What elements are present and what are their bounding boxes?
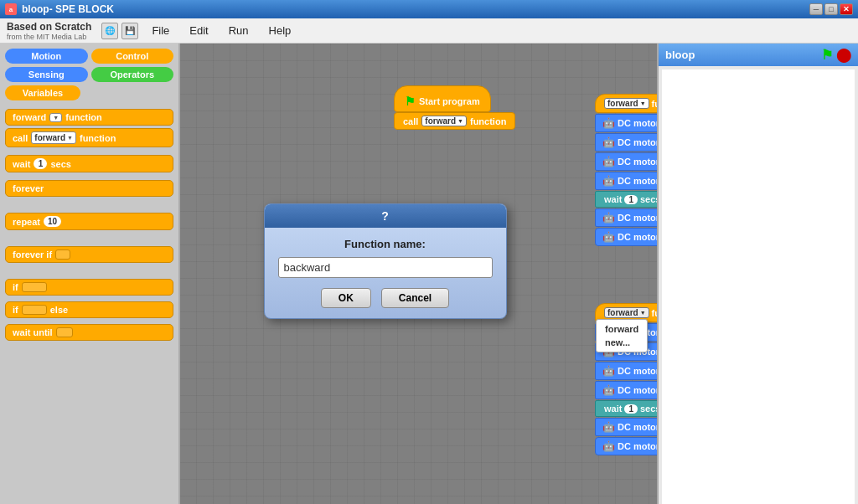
close-button[interactable]: ✕ — [840, 3, 853, 15]
dialog-titlebar: ? — [265, 204, 506, 228]
category-row-2: Sensing Operators — [5, 67, 173, 82]
menu-icons: 🌐 💾 — [101, 23, 138, 39]
globe-icon[interactable]: 🌐 — [101, 23, 118, 39]
menu-edit[interactable]: Edit — [186, 23, 211, 39]
sidebar-block-wait[interactable]: wait 1 secs — [5, 155, 173, 172]
menubar: Based on Scratch from the MIT Media Lab … — [0, 18, 858, 44]
save-icon[interactable]: 💾 — [121, 23, 138, 39]
menu-items: File Edit Run Help — [148, 23, 294, 39]
dialog-overlay: ? Function name: OK Cancel — [180, 44, 657, 504]
stage-controls: ⚑ ⬤ — [821, 47, 851, 63]
sidebar-block-repeat[interactable]: repeat 10 — [5, 213, 173, 230]
cat-sensing[interactable]: Sensing — [5, 67, 88, 82]
dialog-title-text: ? — [381, 209, 389, 223]
run-flag-button[interactable]: ⚑ — [821, 47, 833, 63]
dialog-cancel-button[interactable]: Cancel — [381, 288, 449, 308]
forward-dropdown[interactable] — [49, 113, 62, 122]
function-name-input[interactable] — [278, 257, 493, 278]
menu-help[interactable]: Help — [266, 23, 295, 39]
dialog: ? Function name: OK Cancel — [264, 203, 507, 319]
dialog-ok-button[interactable]: OK — [321, 288, 371, 308]
brand: Based on Scratch from the MIT Media Lab — [7, 21, 91, 41]
canvas: ⚑ Start program call forward function fo… — [180, 44, 657, 504]
sidebar-block-if-else[interactable]: if else — [5, 301, 173, 318]
maximize-button[interactable]: □ — [824, 3, 838, 15]
cat-motion[interactable]: Motion — [5, 49, 88, 64]
menu-run[interactable]: Run — [225, 23, 252, 39]
sidebar-block-if[interactable]: if — [5, 279, 173, 296]
cat-control[interactable]: Control — [91, 49, 174, 64]
stage-title: bloop — [665, 49, 695, 61]
sidebar-block-call-fn[interactable]: call forward function — [5, 128, 173, 147]
stop-button[interactable]: ⬤ — [836, 47, 851, 63]
main-layout: Motion Control Sensing Operators Variabl… — [0, 44, 858, 504]
sidebar: Motion Control Sensing Operators Variabl… — [0, 44, 180, 504]
category-row-3: Variables — [5, 85, 173, 100]
stage-canvas — [662, 69, 855, 504]
dialog-body: Function name: OK Cancel — [265, 228, 506, 318]
call-dropdown[interactable]: forward — [31, 131, 76, 144]
brand-sub: from the MIT Media Lab — [7, 33, 91, 41]
dialog-buttons: OK Cancel — [278, 288, 493, 308]
brand-main: Based on Scratch — [7, 21, 91, 33]
sidebar-block-forward-fn[interactable]: forward function — [5, 109, 173, 126]
sidebar-block-forever-if[interactable]: forever if — [5, 246, 173, 263]
stage-header: bloop ⚑ ⬤ — [659, 44, 858, 66]
menu-file[interactable]: File — [148, 23, 173, 39]
window-controls: ─ □ ✕ — [809, 3, 853, 15]
sidebar-block-forever[interactable]: forever — [5, 180, 173, 197]
minimize-button[interactable]: ─ — [809, 3, 823, 15]
sidebar-block-wait-until[interactable]: wait until — [5, 324, 173, 341]
titlebar: a bloop- SPE BLOCK ─ □ ✕ — [0, 0, 858, 18]
cat-operators[interactable]: Operators — [91, 67, 174, 82]
window-title: bloop- SPE BLOCK — [22, 3, 809, 15]
cat-variables[interactable]: Variables — [5, 85, 80, 100]
stage-panel: bloop ⚑ ⬤ — [657, 44, 858, 504]
category-row-1: Motion Control — [5, 49, 173, 64]
dialog-label: Function name: — [278, 238, 493, 250]
app-icon: a — [5, 3, 17, 15]
